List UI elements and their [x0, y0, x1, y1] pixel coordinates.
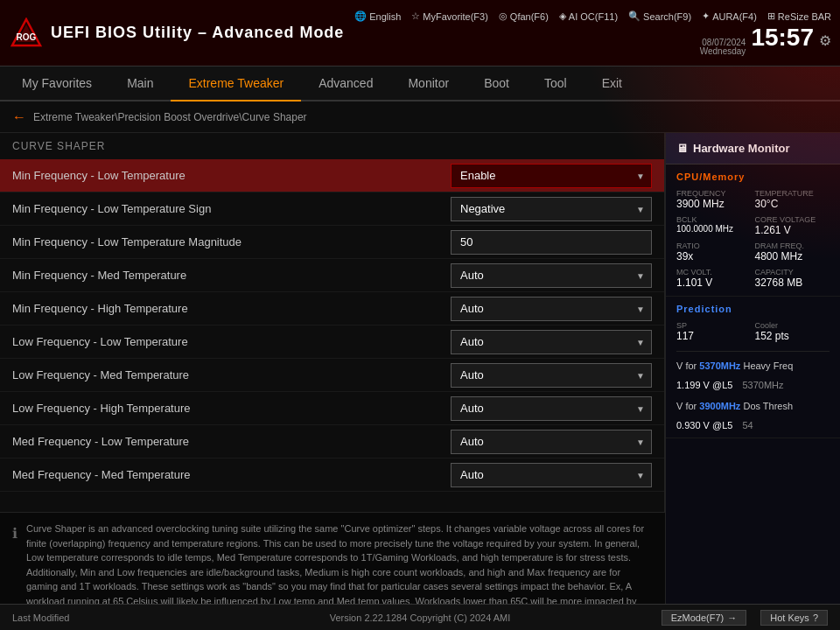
pred-voltage-1: 1.199 V @L5 5370MHz: [676, 380, 830, 390]
setting-select-0[interactable]: Enable Disable Auto: [451, 164, 652, 188]
setting-control-9[interactable]: Auto: [451, 463, 652, 487]
last-modified-label: Last Modified: [12, 612, 69, 623]
nav-monitor[interactable]: Monitor: [390, 66, 466, 102]
hw-core-voltage: Core Voltage 1.261 V: [755, 215, 830, 236]
english-menu[interactable]: 🌐 English: [354, 10, 401, 22]
question-icon: ?: [813, 612, 818, 623]
pred-v-for-1: V for 5370MHz Heavy Freq: [676, 360, 830, 371]
monitor-icon: 🖥: [676, 142, 688, 155]
nav-my-favorites[interactable]: My Favorites: [4, 66, 109, 102]
setting-row-3[interactable]: Min Frequency - Med Temperature Auto: [0, 259, 664, 292]
prediction-section: Prediction SP 117 Cooler 152 pts V for 5…: [666, 297, 840, 438]
nav-tool[interactable]: Tool: [527, 66, 584, 102]
setting-label-9: Med Frequency - Med Temperature: [12, 468, 451, 481]
gear-icon[interactable]: ⚙: [819, 32, 831, 49]
ai-icon: ◈: [559, 10, 566, 22]
hw-dram-freq: DRAM Freq. 4800 MHz: [755, 242, 830, 262]
setting-control-5[interactable]: Auto: [451, 330, 652, 354]
setting-label-5: Low Frequency - Low Temperature: [12, 335, 451, 348]
setting-select-3[interactable]: Auto: [451, 263, 652, 288]
setting-select-6[interactable]: Auto: [451, 363, 652, 388]
fan-icon: ◎: [499, 10, 508, 22]
info-bar: ℹ Curve Shaper is an advanced overclocki…: [0, 512, 665, 604]
setting-select-5[interactable]: Auto: [451, 330, 652, 354]
setting-control-6[interactable]: Auto: [451, 363, 652, 388]
setting-select-4[interactable]: Auto: [451, 297, 652, 321]
top-right-info: 🌐 English ☆ MyFavorite(F3) ◎ Qfan(F6) ◈ …: [354, 0, 831, 66]
setting-row-8[interactable]: Med Frequency - Low Temperature Auto: [0, 425, 664, 458]
ezmode-button[interactable]: EzMode(F7) →: [662, 610, 747, 626]
info-text: Curve Shaper is an advanced overclocking…: [26, 522, 653, 595]
setting-control-8[interactable]: Auto: [451, 430, 652, 454]
hw-bclk: BCLK 100.0000 MHz: [676, 215, 752, 236]
setting-label-2: Min Frequency - Low Temperature Magnitud…: [12, 235, 451, 248]
qfan-menu[interactable]: ◎ Qfan(F6): [499, 10, 549, 22]
setting-control-4[interactable]: Auto: [451, 297, 652, 321]
bios-title: UEFI BIOS Utility – Advanced Mode: [51, 24, 344, 42]
setting-label-7: Low Frequency - High Temperature: [12, 402, 451, 415]
prediction-title: Prediction: [676, 304, 830, 314]
setting-label-0: Min Frequency - Low Temperature: [12, 169, 451, 182]
back-arrow[interactable]: ←: [12, 109, 26, 125]
resize-bar-label: ReSize BAR: [778, 11, 831, 22]
setting-row-9[interactable]: Med Frequency - Med Temperature Auto: [0, 458, 664, 492]
section-header: Curve Shaper: [0, 133, 664, 159]
setting-input-2[interactable]: [451, 230, 652, 255]
nav-exit[interactable]: Exit: [584, 66, 640, 102]
nav-main[interactable]: Main: [109, 66, 171, 102]
setting-control-7[interactable]: Auto: [451, 396, 652, 421]
nav-boot[interactable]: Boot: [466, 66, 527, 102]
setting-row-4[interactable]: Min Frequency - High Temperature Auto: [0, 292, 664, 326]
hotkeys-button[interactable]: Hot Keys ?: [760, 610, 828, 626]
nav-extreme-tweaker[interactable]: Extreme Tweaker: [171, 66, 301, 102]
pred-voltage-2: 0.930 V @L5 54: [676, 420, 830, 430]
nav-advanced[interactable]: Advanced: [301, 66, 390, 102]
pred-v-for-2: V for 3900MHz Dos Thresh: [676, 401, 830, 411]
ai-oc-label: AI OC(F11): [569, 11, 618, 22]
hw-monitor-title: 🖥 Hardware Monitor: [666, 133, 840, 164]
pred-sp: SP 117: [676, 321, 752, 342]
setting-select-8[interactable]: Auto: [451, 430, 652, 454]
logo-title: ROG UEFI BIOS Utility – Advanced Mode: [9, 16, 344, 51]
setting-row-1[interactable]: Min Frequency - Low Temperature Sign Neg…: [0, 192, 664, 226]
resize-bar-menu[interactable]: ⊞ ReSize BAR: [767, 10, 831, 22]
setting-label-1: Min Frequency - Low Temperature Sign: [12, 202, 451, 215]
info-icon: ℹ: [12, 523, 18, 595]
hw-ratio: Ratio 39x: [676, 242, 752, 262]
setting-row-6[interactable]: Low Frequency - Med Temperature Auto: [0, 359, 664, 392]
setting-row-5[interactable]: Low Frequency - Low Temperature Auto: [0, 326, 664, 359]
setting-control-3[interactable]: Auto: [451, 263, 652, 288]
setting-select-9[interactable]: Auto: [451, 463, 652, 487]
prediction-grid: SP 117 Cooler 152 pts V for 5370MHz Heav…: [676, 321, 830, 430]
cpu-memory-grid: Frequency 3900 MHz Temperature 30°C BCLK…: [676, 189, 830, 289]
setting-row-7[interactable]: Low Frequency - High Temperature Auto: [0, 392, 664, 425]
search-icon: 🔍: [628, 10, 640, 22]
cpu-memory-section: CPU/Memory Frequency 3900 MHz Temperatur…: [666, 164, 840, 297]
my-favorite-menu[interactable]: ☆ MyFavorite(F3): [411, 10, 488, 22]
ai-oc-menu[interactable]: ◈ AI OC(F11): [559, 10, 618, 22]
aura-menu[interactable]: ✦ AURA(F4): [702, 10, 757, 22]
main-area: Curve Shaper Min Frequency - Low Tempera…: [0, 133, 840, 604]
settings-list: Curve Shaper Min Frequency - Low Tempera…: [0, 133, 665, 512]
setting-label-8: Med Frequency - Low Temperature: [12, 435, 451, 448]
hw-mc-volt: MC Volt. 1.101 V: [676, 268, 752, 289]
hw-temperature: Temperature 30°C: [755, 189, 830, 210]
version-text: Version 2.22.1284 Copyright (C) 2024 AMI: [330, 612, 511, 623]
setting-label-4: Min Frequency - High Temperature: [12, 302, 451, 315]
svg-text:ROG: ROG: [17, 32, 37, 42]
hw-frequency: Frequency 3900 MHz: [676, 189, 752, 210]
my-favorite-label: MyFavorite(F3): [423, 11, 488, 22]
search-label: Search(F9): [643, 11, 691, 22]
setting-control-2[interactable]: [451, 230, 652, 255]
right-panel: 🖥 Hardware Monitor CPU/Memory Frequency …: [665, 133, 840, 604]
setting-select-7[interactable]: Auto: [451, 396, 652, 421]
setting-select-1[interactable]: Negative Positive: [451, 197, 652, 221]
setting-control-1[interactable]: Negative Positive: [451, 197, 652, 221]
setting-row-2[interactable]: Min Frequency - Low Temperature Magnitud…: [0, 226, 664, 259]
setting-row-0[interactable]: Min Frequency - Low Temperature Enable D…: [0, 159, 664, 192]
rog-logo: ROG: [9, 16, 44, 51]
search-menu[interactable]: 🔍 Search(F9): [628, 10, 691, 22]
time-text: 15:57: [751, 25, 814, 50]
top-bar: ROG UEFI BIOS Utility – Advanced Mode 🌐 …: [0, 0, 840, 66]
setting-control-0[interactable]: Enable Disable Auto: [451, 164, 652, 188]
